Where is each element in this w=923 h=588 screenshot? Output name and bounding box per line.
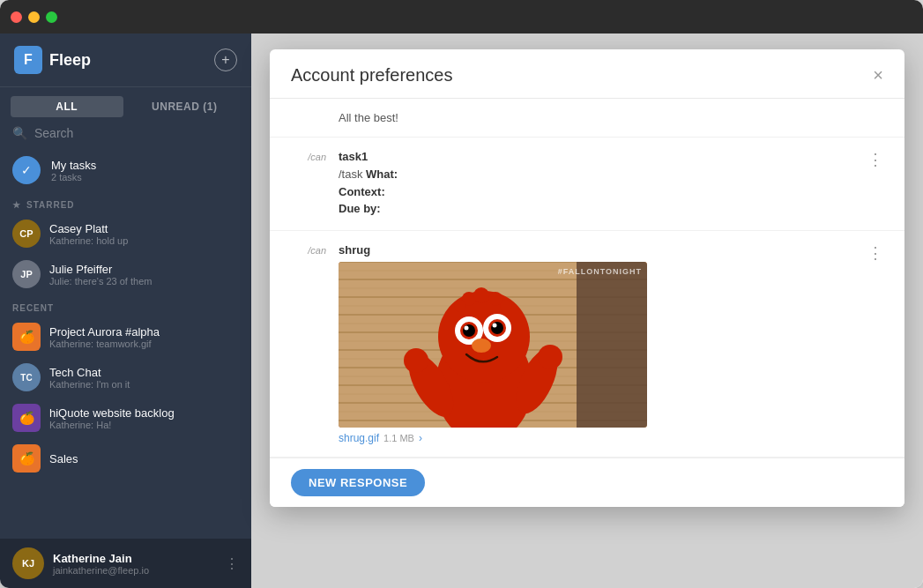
active-user-more-button[interactable]: ⋮ (225, 555, 239, 572)
active-user-avatar: KJ (12, 547, 44, 579)
my-tasks-icon: ✓ (12, 156, 41, 184)
app-name: Fleep (49, 51, 91, 70)
my-tasks-title: My tasks (51, 159, 96, 172)
gif-size: 1.1 MB (383, 433, 414, 443)
tab-unread[interactable]: UNREAD (1) (129, 96, 242, 117)
msg-author-task1: task1 (339, 150, 855, 163)
message-more-button-shrug[interactable]: ⋮ (867, 243, 883, 263)
message-block-shrug: /can shrug #FALLONTONIGHT (270, 231, 904, 458)
top-partial-message: All the best! (270, 99, 904, 138)
minimize-traffic-light[interactable] (28, 11, 40, 23)
traffic-lights (11, 11, 57, 23)
message-more-button-task1[interactable]: ⋮ (867, 150, 883, 169)
project-icon-techchat: TC (12, 363, 41, 391)
contact-text-julie: Julie Pfeiffer Julie: there's 23 of them (49, 263, 152, 287)
msg-label-task1: /can (291, 150, 326, 218)
svg-point-26 (473, 287, 489, 303)
modal-overlay: Account preferences × All the best! /can (251, 33, 923, 588)
contact-item-julie[interactable]: JP Julie Pfeiffer Julie: there's 23 of t… (0, 254, 251, 294)
logo-area: F Fleep (14, 46, 91, 74)
project-icon-sales: 🍊 (12, 444, 41, 473)
gif-filename: shrug.gif (339, 432, 379, 444)
tab-bar: ALL UNREAD (1) (0, 87, 251, 126)
svg-point-28 (500, 300, 512, 312)
project-icon-aurora: 🍊 (12, 323, 41, 351)
modal-body[interactable]: All the best! /can task1 /task What: Con… (270, 99, 904, 458)
svg-point-24 (538, 345, 562, 369)
gif-watermark: #FALLONTONIGHT (558, 267, 642, 276)
account-preferences-modal: Account preferences × All the best! /can (270, 49, 904, 507)
project-text-sales: Sales (49, 452, 78, 465)
svg-point-19 (493, 323, 497, 327)
fullscreen-traffic-light[interactable] (46, 11, 57, 23)
star-icon: ★ (12, 200, 21, 210)
avatar-casey: CP (12, 220, 41, 248)
fleep-logo-icon: F (14, 46, 42, 74)
project-text-aurora: Project Aurora #alpha Katherine: teamwor… (49, 325, 160, 349)
msg-author-shrug: shrug (339, 243, 855, 257)
svg-point-23 (404, 348, 428, 373)
project-icon-hiquote: 🍊 (12, 404, 41, 432)
new-response-button[interactable]: NEW RESPONSE (291, 469, 425, 496)
modal-footer: NEW RESPONSE (270, 458, 904, 507)
search-icon: 🔍 (12, 126, 27, 140)
svg-point-15 (465, 325, 469, 330)
modal-close-button[interactable]: × (873, 65, 883, 86)
project-item-techchat[interactable]: TC Tech Chat Katherine: I'm on it (0, 357, 251, 398)
main-content: Account preferences × All the best! /can (251, 33, 923, 588)
msg-content-shrug: shrug #FALLONTONIGHT (339, 243, 855, 444)
sidebar-header: F Fleep + (0, 33, 251, 87)
sidebar: F Fleep + ALL UNREAD (1) 🔍 ✓ My tasks 2 … (0, 33, 251, 588)
my-tasks-item[interactable]: ✓ My tasks 2 tasks (0, 149, 251, 191)
modal-title: Account preferences (291, 65, 452, 86)
app-body: F Fleep + ALL UNREAD (1) 🔍 ✓ My tasks 2 … (0, 33, 923, 588)
project-text-techchat: Tech Chat Katherine: I'm on it (49, 366, 130, 390)
avatar-julie: JP (12, 260, 41, 288)
gif-container: #FALLONTONIGHT (339, 262, 647, 428)
svg-point-8 (438, 291, 530, 383)
contact-text-casey: Casey Platt Katherine: hold up (49, 222, 128, 246)
gif-link[interactable]: shrug.gif 1.1 MB › (339, 432, 855, 444)
gif-download-icon[interactable]: › (419, 432, 422, 444)
project-item-sales[interactable]: 🍊 Sales (0, 438, 251, 479)
msg-text-task1: /task What: Context: Due by: (339, 166, 855, 218)
svg-rect-6 (577, 262, 647, 428)
message-block-task1: /can task1 /task What: Context: Due by: … (270, 138, 904, 231)
contact-item-casey[interactable]: CP Casey Platt Katherine: hold up (0, 213, 251, 254)
elmo-svg (339, 262, 647, 428)
svg-point-20 (472, 339, 491, 353)
gif-elmo: #FALLONTONIGHT (339, 262, 647, 428)
my-tasks-sub: 2 tasks (51, 172, 96, 182)
starred-section-label: ★ STARRED (0, 191, 251, 213)
project-item-aurora[interactable]: 🍊 Project Aurora #alpha Katherine: teamw… (0, 316, 251, 357)
tab-all[interactable]: ALL (11, 96, 123, 117)
add-conversation-button[interactable]: + (214, 48, 237, 71)
svg-point-29 (454, 300, 466, 312)
recent-section-label: RECENT (0, 294, 251, 316)
svg-point-18 (491, 322, 503, 334)
project-text-hiquote: hiQuote website backlog Katherine: Ha! (49, 406, 175, 430)
modal-header: Account preferences × (270, 49, 904, 99)
svg-point-14 (463, 324, 475, 337)
top-msg-text: All the best! (291, 111, 883, 124)
close-traffic-light[interactable] (11, 11, 22, 23)
msg-content-task1: task1 /task What: Context: Due by: (339, 150, 855, 218)
search-bar: 🔍 (0, 126, 251, 140)
app-window: F Fleep + ALL UNREAD (1) 🔍 ✓ My tasks 2 … (0, 0, 923, 588)
active-user-bar: KJ Katherine Jain jainkatherine@fleep.io… (0, 539, 251, 588)
title-bar (0, 0, 923, 33)
msg-label-shrug: /can (291, 243, 326, 444)
my-tasks-text: My tasks 2 tasks (51, 159, 96, 182)
active-user-info: Katherine Jain jainkatherine@fleep.io (53, 552, 149, 576)
project-item-hiquote[interactable]: 🍊 hiQuote website backlog Katherine: Ha! (0, 398, 251, 438)
search-input[interactable] (34, 126, 239, 140)
